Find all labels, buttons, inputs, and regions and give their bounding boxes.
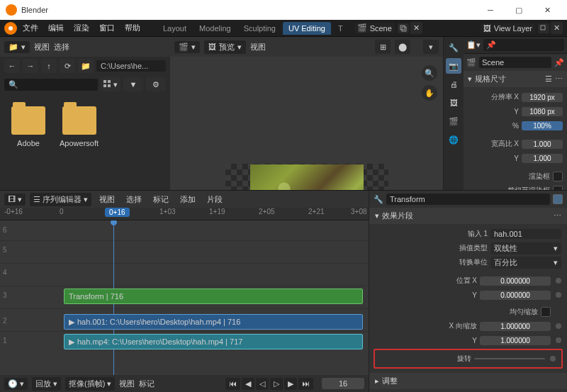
tab-uv-editing[interactable]: UV Editing <box>283 22 331 35</box>
seq-menu-strip[interactable]: 片段 <box>203 193 226 206</box>
keying-dropdown[interactable]: 抠像(插帧)▾ <box>65 377 115 391</box>
options-icon[interactable]: ⋯ <box>554 211 561 220</box>
pin-toggle[interactable]: 📌 <box>483 39 564 51</box>
scale-x-field[interactable]: 1.000000 <box>480 322 551 331</box>
aspect-y-field[interactable]: 1.000 <box>522 154 563 163</box>
preview-menu-view[interactable]: 视图 <box>250 42 266 52</box>
jump-start-button[interactable]: ⏮ <box>225 378 240 390</box>
seq-mode-dropdown[interactable]: ☰序列编辑器▾ <box>30 193 91 206</box>
file-menu-view[interactable]: 视图 <box>34 42 50 52</box>
keyframe-dot[interactable] <box>556 278 561 284</box>
editor-dropdown[interactable]: 📋▾ <box>466 40 481 50</box>
timeline-ruler[interactable]: -0+16 0 0+16 1+03 1+19 2+05 2+21 3+08 <box>0 208 369 220</box>
tab-output[interactable]: 🖨 <box>446 77 461 92</box>
preset-menu-icon[interactable]: ☰ <box>545 74 552 84</box>
viewlayer-copy-button[interactable] <box>538 23 549 33</box>
rotation-field[interactable] <box>474 358 545 359</box>
scene-selector[interactable]: 🎬 Scene <box>354 23 395 33</box>
keyframe-dot[interactable] <box>556 337 561 343</box>
effect-section-header[interactable]: ▾ 效果片段 ⋯ <box>369 208 567 224</box>
seq-menu-select[interactable]: 选择 <box>123 193 145 206</box>
folder-item[interactable]: Adobe <box>11 106 45 147</box>
menu-render[interactable]: 渲染 <box>69 21 94 35</box>
interp-select[interactable]: 双线性▾ <box>490 242 561 254</box>
keyframe-dot[interactable] <box>556 323 561 329</box>
file-menu-select[interactable]: 选择 <box>54 42 69 52</box>
pin-icon[interactable]: 📌 <box>554 58 564 67</box>
preview-editor-dropdown[interactable]: 🎬▾ <box>174 41 200 53</box>
aspect-x-field[interactable]: 1.000 <box>522 140 563 149</box>
tab-tool[interactable]: 🔧 <box>446 40 461 55</box>
footer-marker[interactable]: 标记 <box>139 379 155 389</box>
timeline-dropdown[interactable]: 🕐▾ <box>4 378 28 390</box>
tab-sculpting[interactable]: Sculpting <box>238 22 281 35</box>
settings-button[interactable]: ⚙ <box>146 77 166 91</box>
path-field[interactable]: C:\Users\he... <box>96 60 166 72</box>
tab-more[interactable]: T <box>332 22 349 35</box>
strip-hah[interactable]: ▶hah.mp4: C:\Users\hero\Desktop\hah.mp4 … <box>64 334 363 349</box>
folder-item[interactable]: Apowersoft <box>60 106 99 147</box>
tab-scene[interactable]: 🎬 <box>446 113 461 129</box>
next-keyframe-button[interactable]: ▶ <box>284 378 297 390</box>
seq-menu-view[interactable]: 视图 <box>96 193 118 206</box>
shading-button[interactable]: ⬤ <box>395 40 410 54</box>
menu-file[interactable]: 文件 <box>18 21 43 35</box>
scene-datablock[interactable]: Scene <box>479 57 551 68</box>
scene-delete-button[interactable]: ✕ <box>410 22 422 34</box>
editor-type-dropdown[interactable]: 📁 ▾ <box>4 41 30 53</box>
tab-world[interactable]: 🌐 <box>446 132 461 147</box>
seq-menu-marker[interactable]: 标记 <box>150 193 172 206</box>
viewlayer-selector[interactable]: 🖼 View Layer <box>481 23 535 33</box>
pos-x-field[interactable]: 0.000000 <box>480 276 551 286</box>
toggle-checkbox[interactable] <box>553 194 563 204</box>
tab-modeling[interactable]: Modeling <box>193 22 237 35</box>
preview-mode-dropdown[interactable]: 🖼预览▾ <box>204 40 246 54</box>
nav-new-folder-button[interactable]: 📁 <box>78 59 94 73</box>
keyframe-dot[interactable] <box>550 356 556 362</box>
strip-hah001[interactable]: ▶hah.001: C:\Users\hero\Desktop\hah.mp4 … <box>64 314 363 330</box>
strip-transform[interactable]: Transform | 716 <box>64 289 363 304</box>
display-mode-button[interactable]: ▾ <box>101 77 120 91</box>
tab-render[interactable]: 📷 <box>446 58 461 74</box>
jump-end-button[interactable]: ⏭ <box>298 378 313 390</box>
overlay-button[interactable]: ⊞ <box>375 40 391 54</box>
current-frame-field[interactable]: 16 <box>322 378 364 389</box>
tab-viewlayer[interactable]: 🖼 <box>446 95 461 111</box>
render-border-checkbox[interactable] <box>553 172 563 181</box>
res-y-field[interactable]: 1080 px <box>522 107 563 116</box>
pos-y-field[interactable]: 0.000000 <box>480 291 551 300</box>
unit-select[interactable]: 百分比▾ <box>490 257 561 269</box>
input1-select[interactable]: hah.001 <box>490 229 561 239</box>
menu-window[interactable]: 窗口 <box>95 21 119 35</box>
play-reverse-button[interactable]: ◁ <box>256 378 269 390</box>
search-input[interactable]: 🔍 <box>4 79 98 91</box>
tab-layout[interactable]: Layout <box>157 22 192 35</box>
menu-help[interactable]: 帮助 <box>120 21 145 35</box>
seq-menu-add[interactable]: 添加 <box>176 193 199 206</box>
options-icon[interactable]: ⋯ <box>555 74 563 84</box>
pan-button[interactable]: ✋ <box>422 85 437 101</box>
maximize-button[interactable]: ▢ <box>505 0 533 20</box>
tracks-area[interactable]: 6 5 4 3 2 1 Transform | 716 ▶hah.001: C:… <box>0 220 369 375</box>
playback-dropdown[interactable]: 回放▾ <box>32 377 61 391</box>
adjust-section-header[interactable]: ▸ 调整 <box>369 373 567 389</box>
zoom-button[interactable]: 🔍 <box>422 65 437 81</box>
minimize-button[interactable]: ─ <box>476 0 505 20</box>
seq-editor-dropdown[interactable]: 🎞▾ <box>4 194 26 206</box>
nav-up-button[interactable]: ↑ <box>41 59 57 73</box>
viewlayer-delete-button[interactable]: ✕ <box>551 22 563 34</box>
blender-icon[interactable] <box>4 22 17 35</box>
options-button[interactable]: ▾ <box>423 40 439 54</box>
uniform-scale-checkbox[interactable] <box>541 307 551 317</box>
filter-button[interactable]: ▼ <box>123 77 143 91</box>
strip-name-field[interactable]: Transform <box>386 194 550 205</box>
prev-keyframe-button[interactable]: ◀ <box>242 378 254 390</box>
keyframe-dot[interactable] <box>556 292 561 298</box>
play-button[interactable]: ▷ <box>270 378 283 390</box>
scale-y-field[interactable]: 1.000000 <box>480 336 551 345</box>
res-x-field[interactable]: 1920 px <box>522 93 563 102</box>
current-frame-badge[interactable]: 0+16 <box>105 208 130 217</box>
nav-forward-button[interactable]: → <box>23 59 38 73</box>
nav-back-button[interactable]: ← <box>4 59 20 73</box>
scene-copy-button[interactable] <box>398 23 409 33</box>
